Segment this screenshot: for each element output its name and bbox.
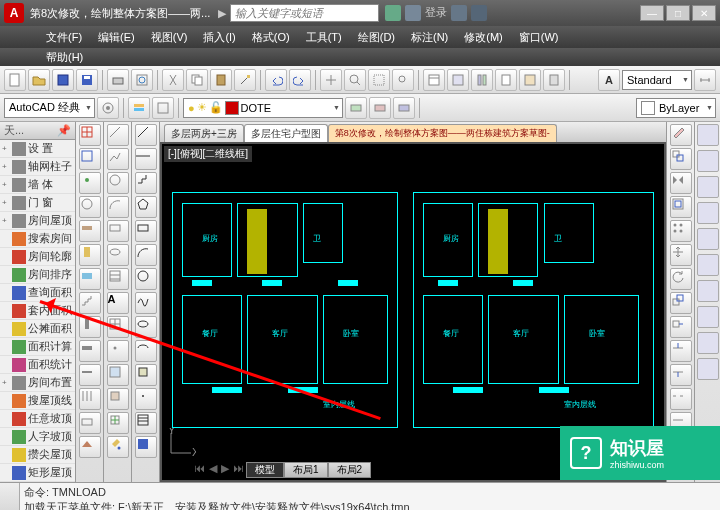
text-style-dropdown[interactable]: Standard [622, 70, 692, 90]
view-se-icon[interactable] [697, 306, 719, 328]
extend-icon[interactable] [670, 364, 692, 386]
view-bot-icon[interactable] [697, 150, 719, 172]
tree-item-pyramid[interactable]: 攒尖屋顶 [0, 446, 75, 464]
view-top-icon[interactable] [697, 124, 719, 146]
help-dropdown-icon[interactable] [471, 5, 487, 21]
close-button[interactable]: ✕ [692, 5, 716, 21]
ucs-icon[interactable]: XY [166, 428, 196, 458]
user-icon[interactable] [405, 5, 421, 21]
mirror-icon[interactable] [670, 172, 692, 194]
layout-tab-first-icon[interactable]: ⏮ [192, 462, 207, 478]
grid-icon[interactable] [79, 124, 101, 146]
workspace-gear-icon[interactable] [97, 97, 119, 119]
copy2-icon[interactable] [670, 148, 692, 170]
text-style-a-icon[interactable]: A [598, 69, 620, 91]
scale-icon[interactable] [670, 292, 692, 314]
dim-style-icon[interactable] [694, 69, 716, 91]
minimize-button[interactable]: — [640, 5, 664, 21]
properties-icon[interactable] [423, 69, 445, 91]
point-icon[interactable] [107, 340, 129, 362]
plot-icon[interactable] [107, 69, 129, 91]
tab-0[interactable]: 多层两房+三房 [164, 124, 244, 142]
roof-tool-icon[interactable] [79, 436, 101, 458]
tree-item-any-slope[interactable]: 任意坡顶 [0, 410, 75, 428]
tree-item-share-area[interactable]: 公摊面积 [0, 320, 75, 338]
arc2-icon[interactable] [135, 244, 157, 266]
layout-tab-1[interactable]: 布局1 [284, 462, 328, 478]
beam-icon[interactable] [79, 340, 101, 362]
calc-icon[interactable] [543, 69, 565, 91]
preview-icon[interactable] [131, 69, 153, 91]
zoom-prev-icon[interactable] [392, 69, 414, 91]
save-icon[interactable] [52, 69, 74, 91]
redo-icon[interactable] [289, 69, 311, 91]
view-back-icon[interactable] [697, 254, 719, 276]
menu-file[interactable]: 文件(F) [40, 28, 88, 47]
tree-item-search-room[interactable]: 搜索房间 [0, 230, 75, 248]
title-arrow-icon[interactable]: ▶ [218, 7, 226, 20]
sheet-set-icon[interactable] [495, 69, 517, 91]
layout-tab-2[interactable]: 布局2 [328, 462, 372, 478]
tab-1[interactable]: 多层住宅户型图 [244, 124, 328, 142]
polar-icon[interactable] [79, 196, 101, 218]
tree-item-area-calc[interactable]: 面积计算 [0, 338, 75, 356]
gradient-icon[interactable] [135, 436, 157, 458]
menu-help[interactable]: 帮助(H) [40, 48, 89, 67]
view-ne-icon[interactable] [697, 332, 719, 354]
layout-tab-model[interactable]: 模型 [246, 462, 284, 478]
login-link[interactable]: 登录 [425, 5, 447, 21]
text-tool-icon[interactable]: A [107, 292, 129, 314]
menu-dimension[interactable]: 标注(N) [405, 28, 454, 47]
cut-icon[interactable] [162, 69, 184, 91]
layer-iso-icon[interactable] [369, 97, 391, 119]
pline2-icon[interactable] [135, 172, 157, 194]
command-history[interactable]: 命令: TMNLOAD 加载天正菜单文件: F:\新天正、安装及释放文件\安装释… [20, 483, 720, 510]
layer-states-icon[interactable] [152, 97, 174, 119]
slab-icon[interactable] [79, 364, 101, 386]
menu-modify[interactable]: 修改(M) [458, 28, 509, 47]
layout-tab-next-icon[interactable]: ▶ [219, 462, 231, 478]
pan-icon[interactable] [320, 69, 342, 91]
tree-item-area-stat[interactable]: 面积统计 [0, 356, 75, 374]
spline-icon[interactable] [135, 292, 157, 314]
snap-icon[interactable] [79, 172, 101, 194]
block-icon[interactable] [107, 388, 129, 410]
frame-icon[interactable] [79, 148, 101, 170]
line-icon[interactable] [107, 124, 129, 146]
zoom-window-icon[interactable] [368, 69, 390, 91]
offset-icon[interactable] [670, 196, 692, 218]
menu-format[interactable]: 格式(O) [246, 28, 296, 47]
markup-icon[interactable] [519, 69, 541, 91]
array-icon[interactable] [670, 220, 692, 242]
menu-draw[interactable]: 绘图(D) [352, 28, 401, 47]
tree-item-door[interactable]: +门 窗 [0, 194, 75, 212]
paste-icon[interactable] [210, 69, 232, 91]
trim-icon[interactable] [670, 340, 692, 362]
design-center-icon[interactable] [447, 69, 469, 91]
stretch-icon[interactable] [670, 316, 692, 338]
insert-icon[interactable] [107, 412, 129, 434]
xline-icon[interactable] [135, 148, 157, 170]
tree-item-wall[interactable]: +墙 体 [0, 176, 75, 194]
left-panel-pin-icon[interactable]: 📌 [57, 124, 71, 137]
new-icon[interactable] [4, 69, 26, 91]
tool-palette-icon[interactable] [471, 69, 493, 91]
railing-icon[interactable] [79, 388, 101, 410]
search-input[interactable] [230, 4, 379, 22]
hatch-icon[interactable] [107, 268, 129, 290]
view-nw-icon[interactable] [697, 358, 719, 380]
tree-item-roof-line[interactable]: 搜屋顶线 [0, 392, 75, 410]
view-left-icon[interactable] [697, 176, 719, 198]
tree-item-room-layout[interactable]: +房间布置 [0, 374, 75, 392]
menu-view[interactable]: 视图(V) [145, 28, 194, 47]
view-sw-icon[interactable] [697, 280, 719, 302]
menu-window[interactable]: 窗口(W) [513, 28, 565, 47]
circle2-icon[interactable] [135, 268, 157, 290]
match-icon[interactable] [234, 69, 256, 91]
tab-2[interactable]: 第8次修改，绘制整体方案图——两住栋建筑方案草图- [328, 124, 557, 142]
menu-insert[interactable]: 插入(I) [197, 28, 241, 47]
window-icon[interactable] [79, 268, 101, 290]
layout-tab-prev-icon[interactable]: ◀ [207, 462, 219, 478]
make-block-icon[interactable] [135, 364, 157, 386]
layer-prev-icon[interactable] [345, 97, 367, 119]
